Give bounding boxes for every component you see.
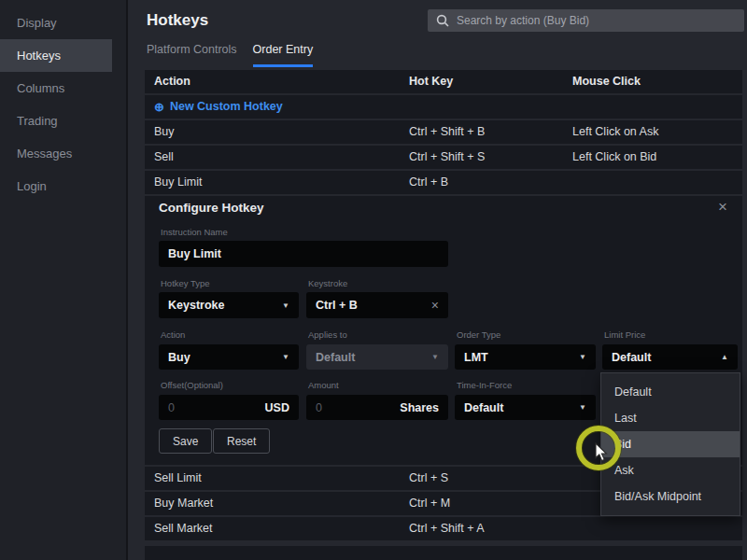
panel-title: Configure Hotkey bbox=[159, 201, 264, 215]
reset-button[interactable]: Reset bbox=[213, 428, 270, 454]
amount-unit: Shares bbox=[400, 401, 439, 414]
chevron-down-icon: ▼ bbox=[431, 353, 439, 361]
row-mouse-click: Left Click on Bid bbox=[572, 146, 656, 169]
row-hotkey: Ctrl + Shift + B bbox=[409, 120, 485, 144]
sidebar-item-columns[interactable]: Columns bbox=[0, 72, 126, 105]
hotkeys-tabs: Platform Controls Order Entry bbox=[147, 43, 313, 67]
offset-label: Offset(Optional) bbox=[161, 380, 223, 390]
amount-label: Amount bbox=[308, 380, 339, 390]
amount-input[interactable]: 0 Shares bbox=[306, 395, 448, 420]
chevron-down-icon: ▼ bbox=[579, 353, 586, 361]
sidebar-item-trading[interactable]: Trading bbox=[0, 105, 126, 137]
limit-price-dropdown[interactable]: Default ▲ bbox=[602, 344, 738, 370]
instruction-name-value: Buy Limit bbox=[168, 247, 221, 260]
action-dropdown[interactable]: Buy ▼ bbox=[159, 344, 299, 370]
row-hotkey: Ctrl + S bbox=[409, 467, 448, 490]
tab-platform-controls[interactable]: Platform Controls bbox=[147, 43, 237, 67]
order-type-label: Order Type bbox=[457, 329, 500, 340]
limit-price-menu: Default Last Bid Ask Bid/Ask Midpoint bbox=[600, 372, 740, 516]
table-row-partial bbox=[145, 546, 742, 560]
clear-icon[interactable]: × bbox=[431, 298, 439, 313]
table-row[interactable]: Buy Limit Ctrl + B bbox=[145, 171, 742, 194]
keystroke-input[interactable]: Ctrl + B × bbox=[306, 292, 448, 318]
time-in-force-label: Time-In-Force bbox=[457, 380, 512, 390]
menu-item-bid-ask-midpoint[interactable]: Bid/Ask Midpoint bbox=[601, 483, 740, 510]
row-hotkey: Ctrl + Shift + A bbox=[409, 517, 485, 540]
sidebar-item-display[interactable]: Display bbox=[0, 7, 126, 39]
sidebar-item-messages[interactable]: Messages bbox=[0, 137, 126, 170]
table-row[interactable]: Sell Ctrl + Shift + S Left Click on Bid bbox=[145, 146, 742, 169]
applies-to-label: Applies to bbox=[308, 329, 347, 340]
row-action: Buy bbox=[154, 120, 175, 144]
row-action: Sell Market bbox=[154, 517, 213, 540]
page-title: Hotkeys bbox=[147, 11, 208, 30]
table-row[interactable]: Buy Ctrl + Shift + B Left Click on Ask bbox=[145, 120, 742, 144]
table-row[interactable]: Sell Market Ctrl + Shift + A bbox=[145, 517, 742, 540]
limit-price-label: Limit Price bbox=[604, 329, 645, 340]
menu-item-default[interactable]: Default bbox=[601, 379, 740, 405]
row-action: Sell Limit bbox=[154, 467, 202, 490]
menu-item-ask[interactable]: Ask bbox=[601, 457, 740, 483]
row-action: Sell bbox=[154, 146, 174, 169]
settings-sidebar: Display Hotkeys Columns Trading Messages… bbox=[0, 0, 128, 560]
order-type-dropdown[interactable]: LMT ▼ bbox=[455, 344, 596, 370]
column-header-mouse-click: Mouse Click bbox=[572, 70, 641, 93]
chevron-up-icon: ▲ bbox=[721, 353, 728, 361]
offset-unit: USD bbox=[265, 401, 289, 414]
tab-order-entry[interactable]: Order Entry bbox=[253, 43, 314, 67]
offset-input[interactable]: 0 USD bbox=[159, 395, 299, 420]
sidebar-item-hotkeys[interactable]: Hotkeys bbox=[0, 39, 112, 72]
plus-circle-icon: ⊕ bbox=[154, 95, 164, 119]
new-custom-hotkey-label: New Custom Hotkey bbox=[170, 95, 283, 119]
column-header-hotkey: Hot Key bbox=[409, 70, 453, 93]
search-icon bbox=[436, 14, 449, 27]
row-mouse-click: Left Click on Ask bbox=[572, 120, 658, 144]
chevron-down-icon: ▼ bbox=[282, 353, 289, 361]
instruction-name-input[interactable]: Buy Limit bbox=[159, 241, 448, 267]
instruction-name-label: Instruction Name bbox=[161, 227, 228, 237]
save-button[interactable]: Save bbox=[159, 428, 212, 454]
search-input[interactable] bbox=[457, 14, 736, 27]
search-box[interactable] bbox=[428, 9, 744, 32]
keystroke-label: Keystroke bbox=[308, 278, 347, 288]
new-custom-hotkey-row[interactable]: ⊕ New Custom Hotkey bbox=[145, 95, 742, 119]
menu-item-last[interactable]: Last bbox=[601, 405, 740, 431]
row-action: Buy Limit bbox=[154, 171, 202, 194]
row-action: Buy Market bbox=[154, 492, 213, 515]
close-icon[interactable]: × bbox=[718, 198, 727, 217]
applies-to-dropdown: Default ▼ bbox=[306, 344, 448, 370]
table-header-row: Action Hot Key Mouse Click bbox=[145, 70, 742, 93]
column-header-action: Action bbox=[154, 70, 190, 93]
row-hotkey: Ctrl + B bbox=[409, 171, 448, 194]
menu-item-bid[interactable]: Bid bbox=[601, 431, 740, 457]
time-in-force-dropdown[interactable]: Default ▼ bbox=[455, 395, 596, 420]
chevron-down-icon: ▼ bbox=[282, 301, 289, 310]
sidebar-item-login[interactable]: Login bbox=[0, 170, 126, 203]
row-hotkey: Ctrl + M bbox=[409, 492, 450, 515]
chevron-down-icon: ▼ bbox=[579, 403, 586, 412]
action-label: Action bbox=[161, 329, 185, 340]
hotkey-type-label: Hotkey Type bbox=[161, 278, 210, 288]
row-hotkey: Ctrl + Shift + S bbox=[409, 146, 485, 169]
hotkey-type-dropdown[interactable]: Keystroke ▼ bbox=[159, 292, 299, 318]
